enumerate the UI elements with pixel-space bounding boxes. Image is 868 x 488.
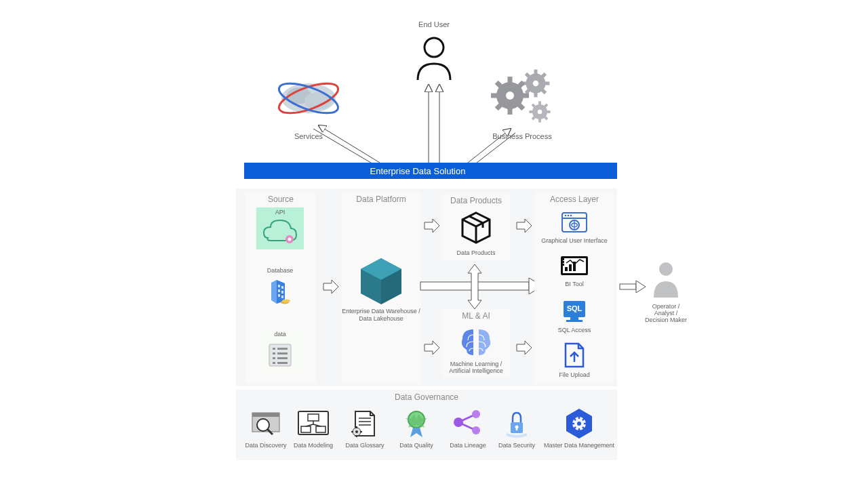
sql-label: SQL Access: [558, 327, 591, 333]
platform-header: Data Platform: [356, 195, 406, 204]
svg-rect-56: [277, 352, 288, 354]
source-data-label: data: [274, 331, 286, 338]
svg-rect-113: [584, 423, 587, 424]
svg-rect-95: [356, 426, 357, 428]
platform-caption-1: Enterprise Data Warehouse /: [342, 308, 420, 314]
svg-point-103: [454, 418, 463, 427]
svg-rect-53: [273, 348, 275, 350]
mlai-caption-1: Machine Learning /: [450, 361, 502, 367]
svg-text:SQL: SQL: [567, 304, 583, 312]
svg-point-0: [425, 38, 443, 57]
svg-rect-19: [508, 108, 513, 115]
svg-rect-46: [278, 289, 280, 292]
banner-label: Enterprise Data Solution: [370, 166, 466, 176]
svg-rect-98: [351, 431, 353, 432]
svg-point-105: [472, 426, 480, 434]
svg-line-36: [319, 125, 380, 163]
gov-item-modeling: [298, 411, 328, 434]
gov-item-discovery: [252, 413, 279, 434]
services-icon: [275, 77, 341, 119]
list-data-icon: [269, 344, 291, 366]
svg-rect-60: [277, 362, 288, 364]
services-label: Services: [294, 132, 323, 140]
svg-rect-112: [578, 428, 580, 431]
svg-rect-54: [277, 348, 288, 350]
access-header: Access Layer: [550, 195, 599, 204]
arrow-to-operator: [620, 281, 646, 293]
svg-point-66: [570, 215, 572, 217]
svg-rect-70: [565, 267, 568, 271]
governance-header: Data Governance: [395, 392, 458, 402]
svg-rect-111: [578, 416, 580, 419]
svg-point-65: [568, 215, 570, 217]
svg-rect-58: [277, 357, 288, 359]
svg-line-40: [468, 129, 511, 163]
svg-rect-44: [278, 285, 280, 287]
source-header: Source: [268, 195, 294, 204]
svg-rect-97: [360, 431, 362, 432]
operator-label-1: Operator /: [652, 303, 680, 310]
platform-caption-2: Data Lakehouse: [359, 315, 403, 322]
gov-label-0: Data Discovery: [245, 442, 287, 449]
svg-point-27: [538, 110, 542, 115]
svg-rect-114: [572, 423, 574, 424]
svg-rect-78: [570, 317, 578, 320]
svg-point-17: [506, 92, 514, 100]
gui-label: Graphical User Interface: [541, 237, 608, 244]
svg-rect-20: [523, 94, 529, 98]
svg-point-81: [659, 262, 673, 276]
svg-point-110: [577, 422, 581, 426]
operator-label-2: Analyst /: [654, 310, 678, 317]
svg-rect-30: [547, 110, 550, 113]
products-header: Data Products: [450, 196, 502, 205]
top-arrows: [313, 85, 515, 165]
source-db-label: Database: [267, 267, 294, 274]
gov-label-5: Data Security: [498, 442, 536, 449]
svg-rect-59: [273, 362, 275, 364]
svg-rect-55: [273, 352, 275, 354]
products-caption: Data Products: [456, 249, 496, 256]
gov-label-4: Data Lineage: [450, 442, 486, 449]
source-api-label: API: [275, 209, 285, 216]
svg-rect-57: [273, 357, 275, 359]
svg-rect-48: [278, 294, 280, 297]
svg-rect-45: [281, 286, 283, 289]
operator-icon: [654, 262, 678, 298]
svg-rect-10: [545, 81, 550, 85]
file-label: File Upload: [559, 371, 590, 378]
gov-label-6: Master Data Manegement: [544, 442, 615, 449]
svg-rect-8: [534, 70, 537, 75]
svg-rect-83: [252, 413, 279, 417]
user-icon: [418, 38, 450, 80]
svg-point-43: [288, 238, 292, 241]
gov-label-1: Data Modeling: [294, 442, 333, 449]
diagram-canvas: End User Services Business Process Enter…: [0, 0, 868, 488]
svg-point-51: [282, 300, 290, 303]
svg-rect-9: [534, 93, 537, 98]
svg-rect-18: [508, 77, 513, 83]
gov-label-3: Data Quality: [399, 442, 433, 449]
svg-rect-108: [516, 427, 517, 430]
svg-point-7: [533, 81, 539, 87]
end-user-label: End User: [418, 20, 450, 28]
mlai-header: ML & AI: [462, 311, 490, 321]
svg-rect-96: [356, 435, 357, 437]
svg-rect-74: [562, 261, 564, 263]
bi-tool-icon: [561, 256, 588, 275]
gov-item-glossary: [351, 411, 374, 437]
svg-rect-29: [538, 119, 541, 122]
svg-rect-80: [620, 284, 636, 289]
mlai-caption-2: Artificial Intelligence: [449, 367, 503, 374]
gov-label-2: Data Glossary: [345, 442, 384, 449]
svg-rect-28: [538, 101, 541, 104]
svg-point-64: [565, 215, 567, 217]
svg-rect-21: [491, 94, 497, 98]
svg-rect-49: [281, 296, 283, 298]
bi-label: BI Tool: [565, 281, 583, 287]
svg-rect-71: [569, 264, 572, 271]
svg-rect-31: [529, 110, 532, 113]
svg-point-94: [355, 430, 358, 433]
svg-rect-73: [562, 258, 564, 260]
svg-rect-79: [566, 320, 583, 322]
business-process-icon: [491, 70, 551, 123]
